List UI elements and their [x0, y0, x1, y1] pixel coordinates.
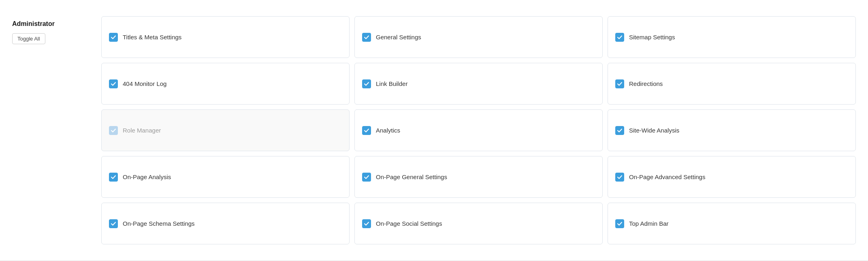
checkbox-icon-404-monitor-log [109, 79, 118, 88]
checkbox-icon-redirections [615, 79, 624, 88]
permission-item-on-page-schema-settings[interactable]: On-Page Schema Settings [101, 203, 350, 244]
permission-label-on-page-general-settings: On-Page General Settings [376, 173, 447, 180]
checkbox-icon-on-page-general-settings [362, 173, 371, 182]
permission-label-on-page-advanced-settings: On-Page Advanced Settings [629, 173, 705, 180]
permission-item-titles-meta-settings[interactable]: Titles & Meta Settings [101, 16, 350, 58]
checkbox-icon-link-builder [362, 79, 371, 88]
toggle-all-button[interactable]: Toggle All [12, 33, 45, 44]
permission-label-on-page-schema-settings: On-Page Schema Settings [123, 220, 195, 227]
permission-item-sitemap-settings[interactable]: Sitemap Settings [608, 16, 856, 58]
permission-label-analytics: Analytics [376, 127, 400, 134]
permission-label-role-manager: Role Manager [123, 127, 161, 134]
checkbox-icon-site-wide-analysis [615, 126, 624, 135]
checkbox-icon-on-page-analysis [109, 173, 118, 182]
checkbox-icon-on-page-schema-settings [109, 219, 118, 228]
sidebar-title: Administrator [12, 20, 93, 28]
permission-item-top-admin-bar[interactable]: Top Admin Bar [608, 203, 856, 244]
permission-item-redirections[interactable]: Redirections [608, 63, 856, 105]
sidebar: Administrator Toggle All [12, 16, 93, 244]
permission-item-404-monitor-log[interactable]: 404 Monitor Log [101, 63, 350, 105]
permission-label-on-page-analysis: On-Page Analysis [123, 173, 171, 180]
permission-item-analytics[interactable]: Analytics [354, 109, 603, 151]
permission-item-link-builder[interactable]: Link Builder [354, 63, 603, 105]
checkbox-icon-titles-meta-settings [109, 33, 118, 42]
page-wrapper: Administrator Toggle All Titles & Meta S… [0, 0, 868, 261]
checkbox-icon-analytics [362, 126, 371, 135]
permission-label-link-builder: Link Builder [376, 80, 407, 87]
checkbox-icon-on-page-social-settings [362, 219, 371, 228]
checkbox-icon-top-admin-bar [615, 219, 624, 228]
permission-label-site-wide-analysis: Site-Wide Analysis [629, 127, 679, 134]
checkbox-icon-on-page-advanced-settings [615, 173, 624, 182]
permission-label-sitemap-settings: Sitemap Settings [629, 34, 675, 41]
permission-item-on-page-general-settings[interactable]: On-Page General Settings [354, 156, 603, 198]
permission-item-site-wide-analysis[interactable]: Site-Wide Analysis [608, 109, 856, 151]
permission-label-general-settings: General Settings [376, 34, 421, 41]
permission-label-top-admin-bar: Top Admin Bar [629, 220, 669, 227]
checkbox-icon-general-settings [362, 33, 371, 42]
permission-item-role-manager[interactable]: Role Manager [101, 109, 350, 151]
checkbox-icon-sitemap-settings [615, 33, 624, 42]
permission-item-on-page-analysis[interactable]: On-Page Analysis [101, 156, 350, 198]
permission-item-on-page-advanced-settings[interactable]: On-Page Advanced Settings [608, 156, 856, 198]
permission-label-redirections: Redirections [629, 80, 663, 87]
permission-item-on-page-social-settings[interactable]: On-Page Social Settings [354, 203, 603, 244]
permissions-grid: Titles & Meta Settings General Settings … [93, 16, 856, 244]
checkbox-icon-role-manager [109, 126, 118, 135]
permission-label-titles-meta-settings: Titles & Meta Settings [123, 34, 181, 41]
permission-label-on-page-social-settings: On-Page Social Settings [376, 220, 442, 227]
permission-item-general-settings[interactable]: General Settings [354, 16, 603, 58]
permission-label-404-monitor-log: 404 Monitor Log [123, 80, 166, 87]
